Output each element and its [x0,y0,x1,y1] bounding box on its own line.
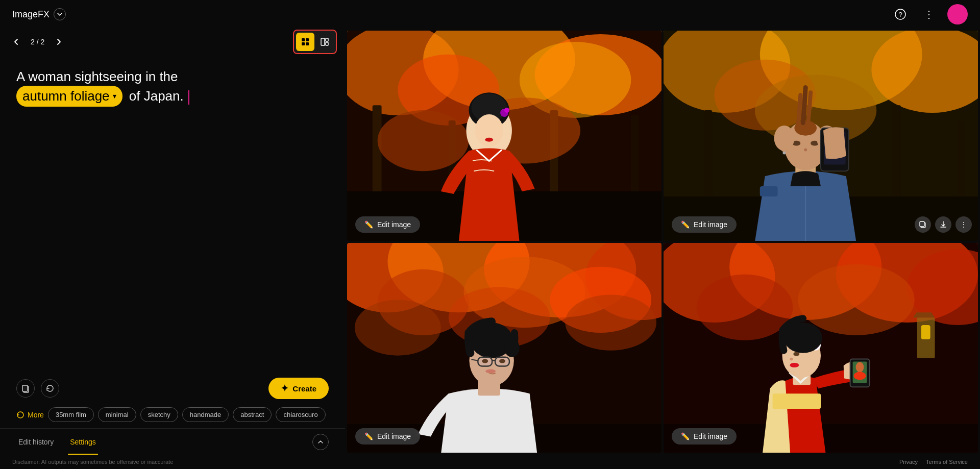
edit-image-button-3[interactable]: ✏️ Edit image [355,428,420,445]
svg-text:?: ? [898,11,902,18]
more-styles-button[interactable]: More [16,411,44,419]
edit-image-label-4: Edit image [694,432,727,440]
style-tag-35mm[interactable]: 35mm film [48,407,94,422]
prompt-text-after: of Japan. [129,88,184,104]
style-tag-abstract[interactable]: abstract [233,407,272,422]
svg-rect-5 [306,42,309,45]
edit-image-button-4[interactable]: ✏️ Edit image [672,428,737,445]
prompt-text: A woman sightseeing in the autumn foliag… [16,67,329,107]
next-page-button[interactable] [51,34,67,50]
prompt-text-before: A woman sightseeing in the [16,69,178,84]
more-icon: ⋮ [960,220,967,229]
app-logo: ImageFX [12,8,66,20]
svg-rect-87 [921,325,930,339]
svg-point-46 [804,149,807,152]
more-icon: ⋮ [924,8,935,20]
svg-point-28 [504,108,509,113]
toolbar-left [16,379,59,398]
create-label: Create [292,384,316,393]
more-label: More [28,411,44,419]
image-cell-3[interactable]: ✏️ Edit image [347,243,662,453]
svg-point-78 [485,369,496,373]
svg-rect-10 [22,385,28,391]
svg-point-84 [697,274,793,340]
terms-link[interactable]: Terms of Service [926,459,968,465]
prev-page-button[interactable] [8,34,24,50]
copy-button[interactable] [16,379,35,398]
avatar[interactable] [947,4,968,24]
svg-rect-4 [302,42,305,45]
svg-rect-55 [920,221,924,227]
image-more-button-2[interactable]: ⋮ [955,216,972,233]
svg-rect-2 [302,38,305,41]
svg-point-102 [854,372,866,380]
prompt-highlight-chevron: ▾ [113,91,116,102]
style-tag-label: abstract [240,411,264,418]
svg-point-66 [565,294,656,350]
disclaimer-text: Disclaimer: AI outputs may sometimes be … [12,459,173,465]
tab-edit-history[interactable]: Edit history [16,429,56,455]
svg-rect-89 [773,393,821,409]
prompt-highlight-text: autumn foliage [22,87,110,105]
image-2 [664,31,978,241]
tab-settings[interactable]: Settings [68,429,98,455]
svg-point-48 [782,152,786,155]
image-download-button-2[interactable] [935,216,951,233]
image-3 [347,243,662,453]
tab-edit-history-label: Edit history [18,438,54,446]
image-cell-4[interactable]: ✏️ Edit image [664,243,978,453]
style-tags: More 35mm film minimal sketchy handmade … [0,403,345,428]
edit-image-button-1[interactable]: ✏️ Edit image [355,216,420,233]
svg-point-85 [798,264,915,335]
app-title: ImageFX [12,9,50,20]
left-panel: 2 / 2 [0,29,345,455]
style-tag-label: minimal [106,411,129,418]
style-tag-minimal[interactable]: minimal [98,407,136,422]
style-tag-sketchy[interactable]: sketchy [140,407,178,422]
tab-settings-label: Settings [70,438,96,446]
svg-rect-6 [321,38,325,45]
svg-point-96 [793,352,799,356]
image-cell-2[interactable]: ✏️ Edit image ⋮ [664,31,978,241]
prompt-highlight-chip[interactable]: autumn foliage ▾ [16,86,122,106]
image-1 [347,31,662,241]
main-layout: 2 / 2 [0,29,980,455]
svg-rect-3 [306,38,309,41]
svg-rect-7 [326,38,328,41]
svg-point-21 [378,110,469,171]
create-button[interactable]: ✦ Create [268,378,329,399]
image-copy-button-2[interactable] [915,216,931,233]
header: ImageFX ? ⋮ [0,0,980,29]
style-tag-label: chiaroscuro [283,411,317,418]
style-tag-label: 35mm film [56,411,86,418]
style-tag-label: handmade [190,411,221,418]
help-button[interactable]: ? [890,4,911,24]
logo-dropdown-button[interactable] [54,8,66,20]
edit-image-label-1: Edit image [377,220,411,229]
svg-rect-8 [326,42,328,45]
svg-point-77 [499,359,505,363]
pencil-icon-1: ✏️ [364,220,373,229]
grid-view-button[interactable] [296,33,314,51]
view-toggle [293,30,337,54]
style-tag-chiaroscuro[interactable]: chiaroscuro [276,407,325,422]
image-grid: ✏️ Edit image [345,29,980,455]
text-cursor [188,90,189,105]
more-options-button[interactable]: ⋮ [919,4,939,24]
svg-point-64 [355,300,441,355]
refresh-button[interactable] [41,379,59,398]
tab-expand-button[interactable] [312,434,329,450]
svg-point-30 [485,138,493,142]
create-plus-icon: ✦ [281,383,288,394]
image-cell-1[interactable]: ✏️ Edit image [347,31,662,241]
privacy-link[interactable]: Privacy [899,459,918,465]
style-tag-label: sketchy [148,411,170,418]
svg-rect-41 [760,186,778,196]
svg-point-101 [856,362,864,372]
edit-image-button-2[interactable]: ✏️ Edit image [672,216,737,233]
single-view-button[interactable] [315,33,334,51]
footer: Disclaimer: AI outputs may sometimes be … [0,455,980,469]
edit-image-label-2: Edit image [694,220,727,229]
svg-point-97 [790,357,793,360]
style-tag-handmade[interactable]: handmade [182,407,229,422]
